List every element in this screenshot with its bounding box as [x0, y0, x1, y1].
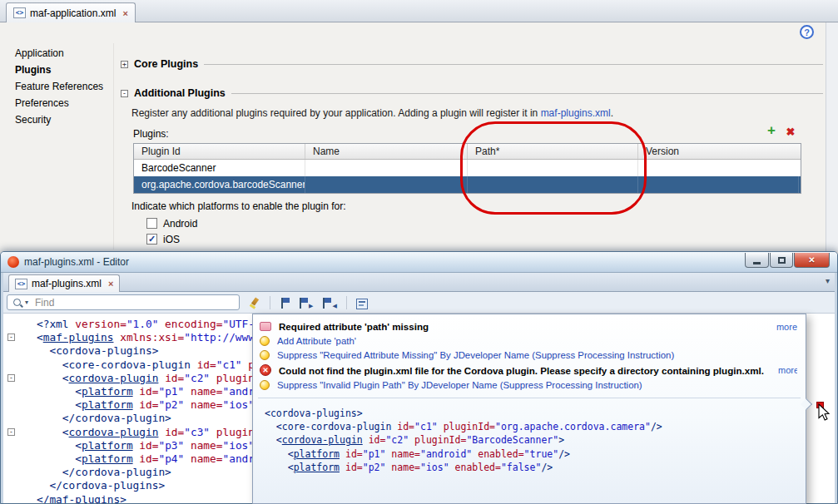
nav-list: ApplicationPluginsFeature ReferencesPref…: [8, 45, 110, 128]
toolbar-icons: ▶◀: [245, 296, 372, 309]
code-line[interactable]: </cordova-plugin>: [37, 412, 171, 425]
popup-code-line: <cordova-plugin id="c2" pluginId="Barcod…: [265, 433, 806, 447]
search-options-icon[interactable]: ▾: [25, 299, 28, 306]
arrow-glyph: ▶: [309, 303, 313, 309]
vertical-scrollbar[interactable]: [826, 22, 838, 251]
more-link[interactable]: more: [770, 322, 797, 332]
fold-collapse-icon[interactable]: -: [7, 374, 15, 382]
highlight-icon[interactable]: [249, 296, 260, 309]
popup-code-line: <platform id="p2" name="ios" enabled="fa…: [265, 461, 806, 474]
plugins-table-body: BarcodeScannerorg.apache.cordova.barcode…: [134, 160, 801, 193]
popup-suggestion: Add Attribute 'path': [260, 336, 797, 346]
suggestion-link[interactable]: Suppress "Required Attribute Missing" By…: [277, 350, 674, 360]
editor-view-icon[interactable]: [356, 296, 368, 309]
tab-maf-plugins-xml[interactable]: maf-plugins.xml ×: [8, 274, 120, 292]
plugins-table: Plugin IdNamePath*Version BarcodeScanner…: [133, 143, 801, 194]
suggestion-link[interactable]: Add Attribute 'path': [277, 336, 356, 346]
search-icon[interactable]: [12, 297, 23, 309]
popup-error-message: ✕Could not find the plugin.xml file for …: [260, 364, 797, 376]
tab-overflow-icon[interactable]: ▾: [826, 276, 830, 285]
help-icon[interactable]: ?: [800, 25, 814, 39]
nav-item-preferences[interactable]: Preferences: [8, 95, 110, 111]
popup-code-line: <core-cordova-plugin id="c1" pluginId="o…: [265, 420, 806, 433]
suggestion-link[interactable]: Suppress "Invalid Plugin Path" By JDevel…: [277, 380, 642, 390]
popup-code: <cordova-plugins> <core-cordova-plugin i…: [253, 400, 806, 474]
tab-maf-application-xml[interactable]: maf-application.xml ×: [6, 2, 136, 22]
previous-bookmark-icon[interactable]: ◀: [321, 296, 336, 309]
document-tab-bar: maf-application.xml ×: [0, 0, 838, 22]
tab-close-icon[interactable]: ×: [108, 279, 113, 289]
table-cell: [305, 160, 468, 176]
toolbar-separator: [346, 296, 347, 309]
expand-icon[interactable]: +: [121, 61, 128, 68]
popup-divider: [258, 398, 801, 398]
code-line[interactable]: <?xml version="1.0" encoding="UTF-: [37, 318, 255, 331]
popup-error-message: Required attribute 'path' missingmore: [260, 321, 797, 332]
maf-plugins-xml-link[interactable]: maf-plugins.xml: [541, 107, 611, 119]
platforms-label: Indicate which platforms to enable the p…: [131, 200, 345, 212]
table-row[interactable]: BarcodeScanner: [134, 160, 801, 176]
code-line[interactable]: </cordova-plugin>: [37, 466, 171, 479]
editor-view-icon: [356, 299, 368, 309]
xml-file-icon: [13, 7, 26, 18]
add-plugin-icon[interactable]: +: [764, 124, 779, 139]
toolbar-separator: [270, 296, 270, 309]
platform-checkbox-android[interactable]: Android: [146, 215, 197, 231]
table-row[interactable]: org.apache.cordova.barcodeScanner: [134, 176, 801, 193]
error-marker[interactable]: [816, 402, 824, 408]
table-cell: [638, 160, 799, 176]
nav-item-plugins[interactable]: Plugins: [8, 62, 110, 78]
restore-button[interactable]: [770, 253, 793, 268]
platform-checkbox-ios[interactable]: ✓iOS: [146, 231, 197, 247]
popup-suggestion: Suppress "Required Attribute Missing" By…: [260, 350, 797, 360]
table-cell: [468, 176, 638, 193]
close-button[interactable]: ✕: [794, 253, 830, 268]
code-line[interactable]: <cordova-plugins>: [37, 344, 158, 358]
checkbox-unchecked-icon[interactable]: [146, 218, 157, 229]
message-text: Could not find the plugin.xml file for t…: [279, 365, 764, 376]
section-title: Core Plugins: [134, 58, 198, 70]
collapse-icon[interactable]: -: [121, 90, 128, 97]
jdeveloper-icon: [7, 256, 19, 268]
minimize-button[interactable]: [745, 253, 769, 268]
bulb-icon: [260, 380, 270, 390]
editor-tab-bar: maf-plugins.xml × ▾: [3, 273, 835, 292]
code-line[interactable]: <cordova-plugin id="c3" pluginId=: [37, 426, 274, 439]
checkbox-checked-icon[interactable]: ✓: [146, 234, 157, 245]
table-cell: [468, 160, 638, 176]
toggle-bookmark-icon: [280, 297, 290, 309]
popup-code-line: <cordova-plugins>: [265, 407, 806, 420]
column-header[interactable]: Plugin Id: [134, 144, 305, 159]
popup-messages: Required attribute 'path' missingmoreAdd…: [253, 314, 806, 396]
remove-plugin-icon[interactable]: ✖: [783, 126, 798, 141]
column-header[interactable]: Name: [305, 144, 468, 159]
code-line[interactable]: </maf-plugins>: [37, 493, 126, 503]
checkbox-label: iOS: [163, 234, 180, 245]
code-line[interactable]: <platform id="p3" name="ios": [37, 439, 255, 452]
fold-collapse-icon[interactable]: -: [7, 428, 15, 436]
popup-suggestion: Suppress "Invalid Plugin Path" By JDevel…: [260, 380, 797, 390]
tab-label: maf-application.xml: [30, 7, 116, 19]
window-title: maf-plugins.xml - Editor: [24, 256, 129, 268]
nav-item-feature-references[interactable]: Feature References: [8, 78, 110, 95]
column-header[interactable]: Path*: [468, 144, 638, 159]
next-bookmark-icon[interactable]: ▶: [298, 296, 313, 309]
previous-bookmark-icon: [321, 297, 331, 309]
nav-item-application[interactable]: Application: [8, 45, 110, 62]
window-titlebar[interactable]: maf-plugins.xml - Editor ✕: [1, 252, 837, 273]
more-link[interactable]: more: [771, 365, 797, 375]
toggle-bookmark-icon[interactable]: [280, 296, 290, 309]
table-cell: [638, 176, 799, 193]
code-line[interactable]: </cordova-plugins>: [37, 479, 165, 492]
column-header[interactable]: Version: [638, 144, 799, 159]
code-line[interactable]: <platform id="p4" name="andr: [37, 452, 255, 466]
error-popup: Required attribute 'path' missingmoreAdd…: [252, 314, 806, 504]
description-text: Register any additional plugins required…: [131, 107, 541, 119]
tab-close-icon[interactable]: ×: [122, 8, 127, 18]
code-line[interactable]: <maf-plugins xmlns:xsi="http://www: [37, 331, 255, 344]
nav-item-security[interactable]: Security: [8, 111, 110, 128]
error-icon: ✕: [260, 364, 271, 376]
fold-collapse-icon[interactable]: -: [7, 334, 15, 341]
popup-code-line: <platform id="p1" name="android" enabled…: [265, 447, 806, 461]
find-field[interactable]: ▾ Find: [7, 294, 240, 310]
